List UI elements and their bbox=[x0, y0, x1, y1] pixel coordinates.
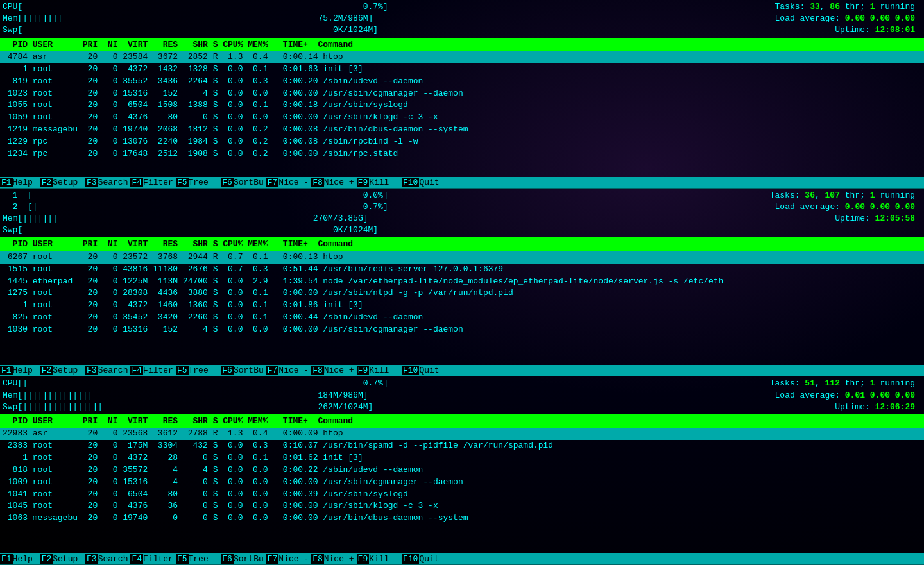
col-header-3: PID USER PRI NI VIRT RES SHR S CPU% MEM%… bbox=[0, 414, 924, 428]
process-row[interactable]: 825 root 20 0 35452 3420 2260 S 0.0 0.1 … bbox=[0, 312, 924, 324]
footer-key-F9[interactable]: F9 bbox=[357, 366, 370, 375]
swp-bar: Swp[|||||||||||||||| 262M/1024M] bbox=[3, 401, 373, 413]
footer-key-F3[interactable]: F3 bbox=[85, 554, 98, 564]
footer-key-F4[interactable]: F4 bbox=[130, 366, 143, 375]
footer-key-F6[interactable]: F6 bbox=[221, 178, 234, 187]
footer-key-F1[interactable]: F1 bbox=[0, 366, 13, 375]
process-row[interactable]: 4784 asr 20 0 23584 3672 2852 R 1.3 0.4 … bbox=[0, 51, 924, 63]
footer-label-F7: Nice - bbox=[278, 366, 311, 375]
footer-key-F7[interactable]: F7 bbox=[266, 178, 279, 187]
process-row[interactable]: 1063 messagebu 20 0 19740 0 0 S 0.0 0.0 … bbox=[0, 512, 924, 525]
footer-label-F7: Nice - bbox=[278, 178, 311, 187]
footer-key-F10[interactable]: F10 bbox=[402, 178, 419, 187]
process-row[interactable]: 1275 root 20 0 28308 4436 3880 S 0.0 0.1… bbox=[0, 287, 924, 299]
footer-key-F2[interactable]: F2 bbox=[40, 178, 53, 187]
tasks-info: Tasks: 36, 107 thr; 1 running bbox=[388, 190, 921, 201]
col-header-1: PID USER PRI NI VIRT RES SHR S CPU% MEM%… bbox=[0, 38, 924, 52]
footer-label-F3: Search bbox=[98, 554, 131, 564]
panels-container: CPU[ 0.7%]Tasks: 33, 86 thr; 1 runningMe… bbox=[0, 0, 924, 565]
footer-label-F3: Search bbox=[98, 366, 131, 375]
footer-key-F9[interactable]: F9 bbox=[357, 554, 370, 564]
process-row[interactable]: 1 root 20 0 4372 28 0 S 0.0 0.1 0:01.62 … bbox=[0, 452, 924, 464]
footer-key-F10[interactable]: F10 bbox=[402, 366, 419, 375]
panel-header-1: CPU[ 0.7%]Tasks: 33, 86 thr; 1 runningMe… bbox=[0, 0, 924, 38]
footer-key-F6[interactable]: F6 bbox=[221, 366, 234, 375]
footer-key-F1[interactable]: F1 bbox=[0, 178, 13, 187]
process-row[interactable]: 22983 asr 20 0 23568 3612 2788 R 1.3 0.4… bbox=[0, 428, 924, 440]
process-row[interactable]: 1023 root 20 0 15316 152 4 S 0.0 0.0 0:0… bbox=[0, 88, 924, 100]
process-row[interactable]: 2383 root 20 0 175M 3304 432 S 0.0 0.3 0… bbox=[0, 440, 924, 452]
footer-key-F10[interactable]: F10 bbox=[402, 554, 419, 564]
footer-label-F9: Kill bbox=[369, 554, 402, 564]
process-row[interactable]: 1030 root 20 0 15316 152 4 S 0.0 0.0 0:0… bbox=[0, 324, 924, 336]
footer-key-F4[interactable]: F4 bbox=[130, 554, 143, 564]
footer-key-F2[interactable]: F2 bbox=[40, 554, 53, 564]
swp-bar: Swp[ 0K/1024M] bbox=[3, 224, 378, 236]
footer-label-F1: Help bbox=[13, 554, 40, 564]
footer-label-F3: Search bbox=[98, 178, 131, 187]
process-row[interactable]: 1229 rpc 20 0 13076 2240 1984 S 0.0 0.2 … bbox=[0, 136, 924, 148]
footer-label-F5: Tree bbox=[189, 178, 221, 187]
process-row[interactable]: 1445 etherpad 20 0 1225M 113M 24700 S 0.… bbox=[0, 276, 924, 288]
footer-label-F4: Filter bbox=[143, 178, 176, 187]
uptime-info: Uptime: 12:05:58 bbox=[368, 213, 922, 224]
footer-key-F1[interactable]: F1 bbox=[0, 554, 13, 564]
process-list-3: 22983 asr 20 0 23568 3612 2788 R 1.3 0.4… bbox=[0, 428, 924, 553]
footer-key-F8[interactable]: F8 bbox=[311, 554, 324, 564]
uptime-info: Uptime: 12:06:29 bbox=[373, 401, 921, 413]
process-row[interactable]: 1219 messagebu 20 0 19740 2068 1812 S 0.… bbox=[0, 124, 924, 136]
footer-label-F4: Filter bbox=[143, 554, 176, 564]
footer-key-F8[interactable]: F8 bbox=[311, 366, 324, 375]
footer-key-F7[interactable]: F7 bbox=[266, 554, 279, 564]
footer-key-F4[interactable]: F4 bbox=[130, 178, 143, 187]
footer-key-F6[interactable]: F6 bbox=[221, 554, 234, 564]
footer-label-F6: SortBu bbox=[234, 554, 266, 564]
footer-label-F8: Nice + bbox=[324, 554, 357, 564]
footer-bar-1: F1Help F2Setup F3SearchF4FilterF5Tree F6… bbox=[0, 177, 924, 188]
cpu2-bar: 2 [| 0.7%] bbox=[3, 201, 388, 213]
footer-label-F5: Tree bbox=[189, 554, 221, 564]
process-row[interactable]: 1 root 20 0 4372 1432 1328 S 0.0 0.1 0:0… bbox=[0, 63, 924, 76]
htop-panel-3: CPU[| 0.7%]Tasks: 51, 112 thr; 1 running… bbox=[0, 376, 924, 565]
process-row[interactable]: 1041 root 20 0 6504 80 0 S 0.0 0.0 0:00.… bbox=[0, 489, 924, 501]
footer-key-F8[interactable]: F8 bbox=[311, 178, 324, 187]
footer-key-F2[interactable]: F2 bbox=[40, 366, 53, 375]
footer-label-F9: Kill bbox=[369, 366, 402, 375]
process-row[interactable]: 818 root 20 0 35572 4 4 S 0.0 0.0 0:00.2… bbox=[0, 464, 924, 476]
process-row[interactable]: 819 root 20 0 35552 3436 2264 S 0.0 0.3 … bbox=[0, 76, 924, 88]
process-row[interactable]: 1045 root 20 0 4376 36 0 S 0.0 0.0 0:00.… bbox=[0, 500, 924, 512]
footer-label-F9: Kill bbox=[369, 178, 402, 187]
load-info: Load average: 0.00 0.00 0.00 bbox=[373, 13, 921, 24]
footer-key-F9[interactable]: F9 bbox=[357, 178, 370, 187]
footer-key-F7[interactable]: F7 bbox=[266, 366, 279, 375]
footer-label-F7: Nice - bbox=[278, 554, 311, 564]
panel-header-3: CPU[| 0.7%]Tasks: 51, 112 thr; 1 running… bbox=[0, 376, 924, 414]
footer-key-F5[interactable]: F5 bbox=[176, 366, 189, 375]
footer-key-F3[interactable]: F3 bbox=[85, 366, 98, 375]
process-row[interactable]: 1 root 20 0 4372 1460 1360 S 0.0 0.1 0:0… bbox=[0, 299, 924, 312]
process-list-1: 4784 asr 20 0 23584 3672 2852 R 1.3 0.4 … bbox=[0, 51, 924, 177]
footer-key-F5[interactable]: F5 bbox=[176, 554, 189, 564]
footer-label-F2: Setup bbox=[53, 178, 85, 187]
footer-key-F5[interactable]: F5 bbox=[176, 178, 189, 187]
process-row[interactable]: 1234 rpc 20 0 17648 2512 1908 S 0.0 0.2 … bbox=[0, 148, 924, 160]
load-info: Load average: 0.01 0.00 0.00 bbox=[368, 390, 922, 401]
col-header-2: PID USER PRI NI VIRT RES SHR S CPU% MEM%… bbox=[0, 237, 924, 251]
process-row[interactable]: 1055 root 20 0 6504 1508 1388 S 0.0 0.1 … bbox=[0, 99, 924, 112]
process-row[interactable]: 1059 root 20 0 4376 80 0 S 0.0 0.0 0:00.… bbox=[0, 112, 924, 124]
footer-bar-2: F1Help F2Setup F3SearchF4FilterF5Tree F6… bbox=[0, 365, 924, 376]
cpu-bar: CPU[ 0.7%] bbox=[3, 1, 388, 13]
process-row[interactable]: 1515 root 20 0 43816 11180 2676 S 0.7 0.… bbox=[0, 264, 924, 276]
footer-label-F1: Help bbox=[13, 178, 40, 187]
footer-label-F4: Filter bbox=[143, 366, 176, 375]
cpu-bar: CPU[| 0.7%] bbox=[3, 378, 388, 389]
process-row[interactable]: 1009 root 20 0 15316 4 0 S 0.0 0.0 0:00.… bbox=[0, 476, 924, 489]
footer-label-F6: SortBu bbox=[234, 366, 266, 375]
footer-key-F3[interactable]: F3 bbox=[85, 178, 98, 187]
footer-label-F8: Nice + bbox=[324, 366, 357, 375]
footer-label-F10: Quit bbox=[419, 366, 441, 375]
process-row[interactable]: 6267 root 20 0 23572 3768 2944 R 0.7 0.1… bbox=[0, 251, 924, 264]
uptime-info: Uptime: 12:08:01 bbox=[378, 24, 921, 36]
htop-panel-2: 1 [ 0.0%]Tasks: 36, 107 thr; 1 running 2… bbox=[0, 189, 924, 377]
footer-label-F8: Nice + bbox=[324, 178, 357, 187]
